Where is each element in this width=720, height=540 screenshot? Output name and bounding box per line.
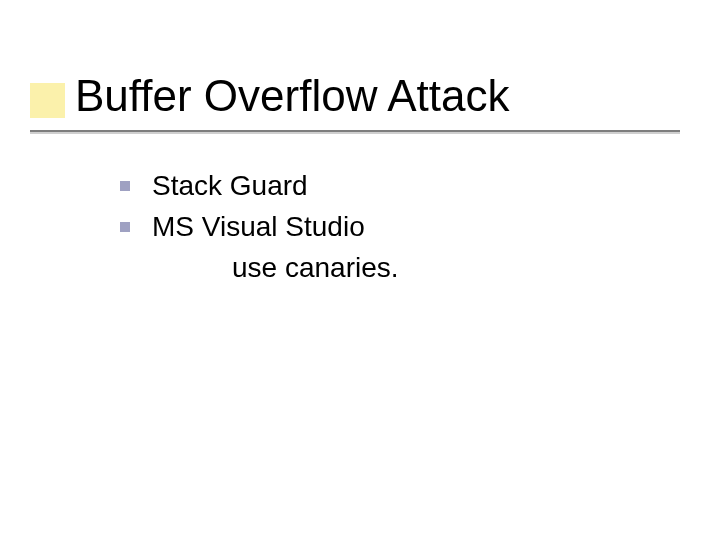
slide-title: Buffer Overflow Attack xyxy=(75,72,509,120)
list-item: MS Visual Studio xyxy=(120,209,399,244)
slide: Buffer Overflow Attack Stack Guard MS Vi… xyxy=(0,0,720,540)
bullet-text: Stack Guard xyxy=(152,168,308,203)
square-bullet-icon xyxy=(120,181,130,191)
bullet-text: MS Visual Studio xyxy=(152,209,365,244)
title-accent-box xyxy=(30,83,65,118)
title-wrap: Buffer Overflow Attack xyxy=(75,72,509,120)
list-item: Stack Guard xyxy=(120,168,399,203)
square-bullet-icon xyxy=(120,222,130,232)
subline-text: use canaries. xyxy=(232,250,399,285)
list-subline: use canaries. xyxy=(232,250,399,285)
title-underline xyxy=(30,130,680,134)
content-area: Stack Guard MS Visual Studio use canarie… xyxy=(120,168,399,291)
